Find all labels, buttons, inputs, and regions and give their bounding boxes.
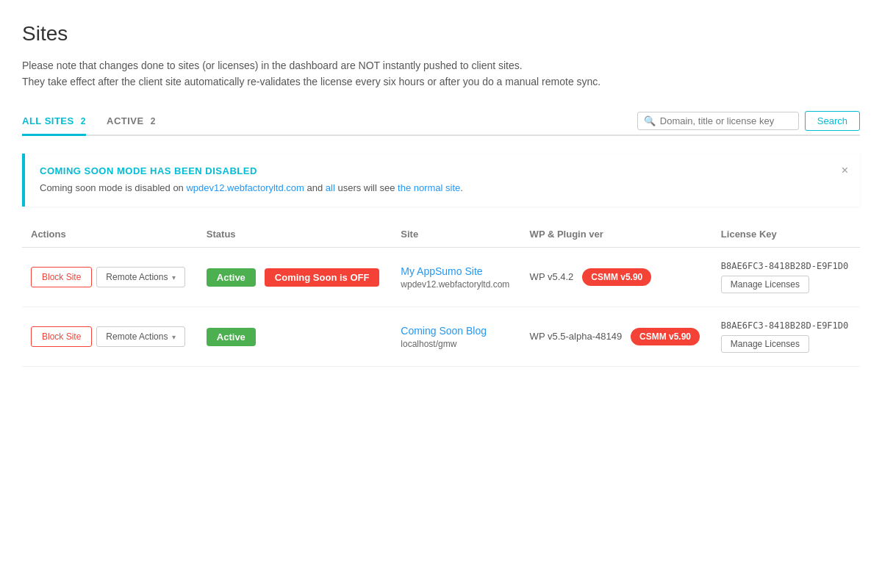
page-description: Please note that changes done to sites (… bbox=[22, 57, 860, 90]
manage-licenses-button-2[interactable]: Manage Licenses bbox=[721, 335, 809, 353]
wp-ver-cell-2: WP v5.5-alpha-48149 CSMM v5.90 bbox=[521, 307, 712, 367]
search-button[interactable]: Search bbox=[805, 111, 860, 131]
csmm-badge-1: CSMM v5.90 bbox=[582, 268, 651, 286]
license-cell-2: B8AE6FC3-8418B28D-E9F1D0 Manage Licenses bbox=[712, 307, 860, 367]
tab-all-sites[interactable]: ALL SITES 2 bbox=[22, 108, 86, 136]
remote-actions-button-1[interactable]: Remote Actions ▾ bbox=[96, 267, 185, 287]
wp-ver-cell-1: WP v5.4.2 CSMM v5.90 bbox=[521, 248, 712, 307]
remote-actions-button-2[interactable]: Remote Actions ▾ bbox=[96, 326, 185, 347]
status-badge-2: Active bbox=[207, 328, 256, 346]
table-header-row: Actions Status Site WP & Plugin ver Lice… bbox=[22, 221, 860, 248]
manage-licenses-button-1[interactable]: Manage Licenses bbox=[721, 276, 809, 293]
search-area: 🔍 Search bbox=[637, 111, 860, 131]
alert-title: COMING SOON MODE HAS BEEN DISABLED bbox=[40, 165, 845, 176]
status-cell-1: ActiveComing Soon is OFF bbox=[198, 248, 392, 307]
alert-body: Coming soon mode is disabled on wpdev12.… bbox=[40, 181, 845, 196]
actions-cell-1: Block Site Remote Actions ▾ bbox=[22, 248, 198, 307]
wp-version-2: WP v5.5-alpha-48149 bbox=[530, 331, 623, 342]
col-wp-plugin: WP & Plugin ver bbox=[521, 221, 712, 248]
chevron-down-icon: ▾ bbox=[172, 273, 176, 282]
block-site-button-1[interactable]: Block Site bbox=[31, 267, 92, 287]
table-row: Block Site Remote Actions ▾ Active Comin… bbox=[22, 307, 860, 367]
alert-close-button[interactable]: × bbox=[842, 164, 848, 177]
site-name-1[interactable]: My AppSumo Site bbox=[401, 265, 512, 277]
col-actions: Actions bbox=[22, 221, 198, 248]
search-wrapper: 🔍 bbox=[637, 112, 799, 130]
license-key-1: B8AE6FC3-8418B28D-E9F1D0 bbox=[721, 261, 851, 271]
page-title: Sites bbox=[22, 22, 860, 46]
site-name-2[interactable]: Coming Soon Blog bbox=[401, 325, 512, 337]
block-site-button-2[interactable]: Block Site bbox=[31, 326, 92, 347]
col-license: License Key bbox=[712, 221, 860, 248]
actions-cell-2: Block Site Remote Actions ▾ bbox=[22, 307, 198, 367]
col-status: Status bbox=[198, 221, 392, 248]
site-cell-2: Coming Soon Blog localhost/gmw bbox=[392, 307, 520, 367]
site-url-2: localhost/gmw bbox=[401, 339, 512, 349]
csmm-badge-2: CSMM v5.90 bbox=[631, 328, 700, 345]
status-badge-1: Active bbox=[207, 268, 256, 287]
site-cell-1: My AppSumo Site wpdev12.webfactoryltd.co… bbox=[392, 248, 520, 307]
license-key-2: B8AE6FC3-8418B28D-E9F1D0 bbox=[721, 320, 851, 331]
search-icon: 🔍 bbox=[644, 115, 656, 126]
status-cell-2: Active bbox=[198, 307, 392, 367]
wp-version-1: WP v5.4.2 bbox=[530, 271, 574, 282]
coming-soon-badge-1: Coming Soon is OFF bbox=[265, 268, 380, 287]
chevron-down-icon: ▾ bbox=[172, 333, 176, 341]
tabs-bar: ALL SITES 2 ACTIVE 2 🔍 Search bbox=[22, 108, 860, 136]
sites-table: Actions Status Site WP & Plugin ver Lice… bbox=[22, 221, 860, 367]
license-cell-1: B8AE6FC3-8418B28D-E9F1D0 Manage Licenses bbox=[712, 248, 860, 307]
tab-active[interactable]: ACTIVE 2 bbox=[107, 108, 156, 136]
search-input[interactable] bbox=[660, 115, 792, 126]
alert-banner: COMING SOON MODE HAS BEEN DISABLED Comin… bbox=[22, 154, 860, 207]
col-site: Site bbox=[392, 221, 520, 248]
site-url-1: wpdev12.webfactoryltd.com bbox=[401, 279, 512, 290]
table-row: Block Site Remote Actions ▾ ActiveComing… bbox=[22, 248, 860, 307]
